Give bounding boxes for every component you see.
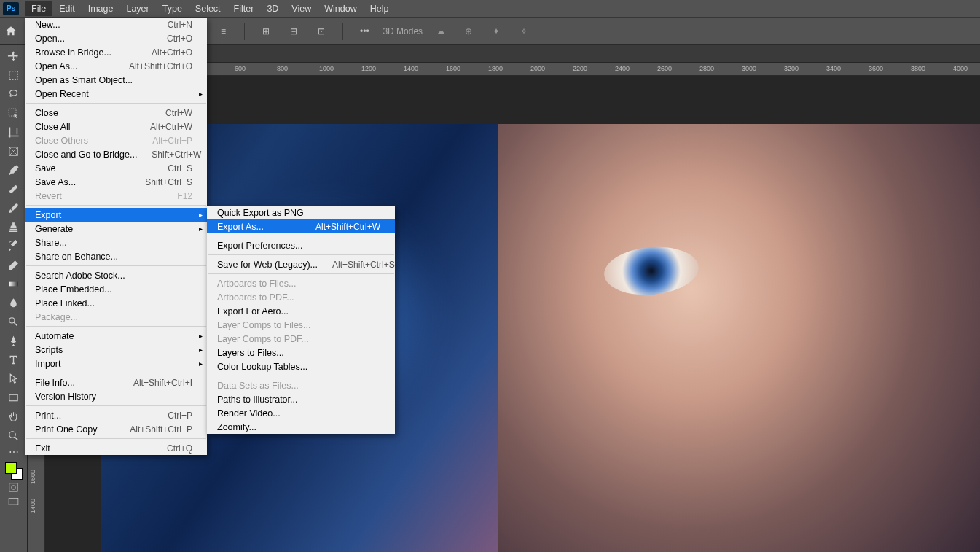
distribute-icon[interactable]: ⊞ (256, 22, 275, 41)
export-menu-zoomify[interactable]: Zoomify... (207, 420, 395, 434)
3d-icon[interactable]: ⊕ (459, 22, 478, 41)
menu-window[interactable]: Window (318, 1, 363, 16)
menu-select[interactable]: Select (189, 1, 227, 16)
crop-tool[interactable] (3, 123, 25, 141)
file-menu-share-on-behance[interactable]: Share on Behance... (25, 249, 207, 263)
menu-3d[interactable]: 3D (260, 1, 285, 16)
export-menu-quick-export-as-png[interactable]: Quick Export as PNG (207, 206, 395, 219)
export-menu-data-sets-as-files: Data Sets as Files... (207, 378, 395, 392)
distribute-icon[interactable]: ⊟ (284, 22, 303, 41)
menu-edit[interactable]: Edit (52, 1, 82, 16)
rectangle-tool[interactable] (3, 388, 25, 407)
hand-tool[interactable] (3, 407, 25, 426)
export-menu-layers-to-files[interactable]: Layers to Files... (207, 346, 395, 359)
zoom-tool[interactable] (3, 426, 25, 445)
svg-rect-0 (9, 71, 17, 79)
export-menu-artboards-to-pdf: Artboards to PDF... (207, 290, 395, 304)
object-select-tool[interactable] (3, 104, 25, 123)
export-menu-export-as[interactable]: Export As...Alt+Shift+Ctrl+W (207, 219, 395, 233)
3d-icon[interactable]: ✧ (514, 22, 533, 41)
file-menu-open[interactable]: Open...Ctrl+O (25, 31, 207, 45)
export-menu-color-lookup-tables[interactable]: Color Lookup Tables... (207, 359, 395, 373)
dodge-tool[interactable] (3, 312, 25, 331)
export-menu-export-for-aero[interactable]: Export For Aero... (207, 304, 395, 318)
eraser-tool[interactable] (3, 255, 25, 274)
file-menu-export[interactable]: Export (25, 208, 207, 222)
export-menu-export-preferences[interactable]: Export Preferences... (207, 238, 395, 252)
app-logo: Ps (3, 2, 19, 15)
svg-rect-10 (9, 498, 18, 505)
file-menu-package: Package... (25, 310, 207, 324)
file-menu-exit[interactable]: ExitCtrl+Q (25, 441, 207, 455)
file-menu-open-as[interactable]: Open As...Alt+Shift+Ctrl+O (25, 59, 207, 73)
stamp-tool[interactable] (3, 217, 25, 236)
file-menu-scripts[interactable]: Scripts (25, 343, 207, 357)
distribute-icon[interactable]: ⊡ (312, 22, 331, 41)
menu-layer[interactable]: Layer (119, 1, 155, 16)
edit-toolbar-icon[interactable]: ⋯ (3, 445, 25, 459)
frame-tool[interactable] (3, 141, 25, 160)
menu-type[interactable]: Type (156, 1, 189, 16)
menu-filter[interactable]: Filter (227, 1, 261, 16)
file-menu-new[interactable]: New...Ctrl+N (25, 18, 207, 31)
menu-view[interactable]: View (285, 1, 318, 16)
export-menu-paths-to-illustrator[interactable]: Paths to Illustrator... (207, 392, 395, 406)
file-menu-close-all[interactable]: Close AllAlt+Ctrl+W (25, 120, 207, 133)
3d-icon[interactable]: ✦ (487, 22, 506, 41)
color-swatch[interactable] (5, 462, 23, 480)
file-menu-print-one-copy[interactable]: Print One CopyAlt+Shift+Ctrl+P (25, 422, 207, 436)
more-icon[interactable]: ••• (355, 22, 374, 41)
file-menu-close[interactable]: CloseCtrl+W (25, 106, 207, 120)
svg-rect-8 (9, 483, 17, 491)
export-menu-render-video[interactable]: Render Video... (207, 406, 395, 420)
export-menu-layer-comps-to-pdf: Layer Comps to PDF... (207, 332, 395, 346)
export-menu-save-for-web-legacy[interactable]: Save for Web (Legacy)...Alt+Shift+Ctrl+S (207, 257, 395, 271)
pen-tool[interactable] (3, 331, 25, 350)
svg-rect-4 (9, 281, 18, 286)
lasso-tool[interactable] (3, 85, 25, 104)
menu-help[interactable]: Help (364, 1, 396, 16)
file-menu-file-info[interactable]: File Info...Alt+Shift+Ctrl+I (25, 376, 207, 389)
path-select-tool[interactable] (3, 369, 25, 388)
file-menu-import[interactable]: Import (25, 357, 207, 370)
file-menu-share[interactable]: Share... (25, 236, 207, 249)
file-menu-open-recent[interactable]: Open Recent (25, 87, 207, 101)
file-menu-print[interactable]: Print...Ctrl+P (25, 408, 207, 422)
separator (244, 23, 245, 40)
screen-mode-icon[interactable] (3, 494, 25, 509)
3d-icon[interactable]: ☁ (431, 22, 450, 41)
menubar: Ps FileEditImageLayerTypeSelectFilter3DV… (0, 0, 980, 18)
file-menu-version-history[interactable]: Version History (25, 389, 207, 403)
file-menu-dropdown: New...Ctrl+NOpen...Ctrl+OBrowse in Bridg… (25, 18, 207, 455)
blur-tool[interactable] (3, 293, 25, 312)
file-menu-revert: RevertF12 (25, 189, 207, 203)
menu-file[interactable]: File (25, 1, 52, 16)
file-menu-browse-in-bridge[interactable]: Browse in Bridge...Alt+Ctrl+O (25, 45, 207, 59)
export-menu-artboards-to-files: Artboards to Files... (207, 276, 395, 290)
menu-image[interactable]: Image (82, 1, 120, 16)
file-menu-open-as-smart-object[interactable]: Open as Smart Object... (25, 73, 207, 87)
align-right-icon[interactable]: ≡ (213, 22, 232, 41)
eyedropper-tool[interactable] (3, 160, 25, 179)
marquee-tool[interactable] (3, 66, 25, 85)
separator (342, 23, 343, 40)
file-menu-save-as[interactable]: Save As...Shift+Ctrl+S (25, 175, 207, 189)
svg-point-7 (9, 431, 15, 438)
brush-tool[interactable] (3, 198, 25, 217)
file-menu-save[interactable]: SaveCtrl+S (25, 161, 207, 175)
move-tool[interactable] (3, 47, 25, 66)
file-menu-close-and-go-to-bridge[interactable]: Close and Go to Bridge...Shift+Ctrl+W (25, 147, 207, 161)
file-menu-automate[interactable]: Automate (25, 329, 207, 343)
file-menu-place-linked[interactable]: Place Linked... (25, 296, 207, 310)
history-brush-tool[interactable] (3, 236, 25, 255)
quick-mask-icon[interactable] (3, 480, 25, 494)
file-menu-search-adobe-stock[interactable]: Search Adobe Stock... (25, 268, 207, 282)
svg-rect-6 (9, 394, 17, 401)
file-menu-generate[interactable]: Generate (25, 222, 207, 236)
home-icon[interactable] (4, 25, 17, 38)
gradient-tool[interactable] (3, 274, 25, 293)
3d-modes-label[interactable]: 3D Modes (383, 26, 423, 36)
file-menu-place-embedded[interactable]: Place Embedded... (25, 282, 207, 296)
type-tool[interactable] (3, 350, 25, 369)
healing-tool[interactable] (3, 179, 25, 198)
